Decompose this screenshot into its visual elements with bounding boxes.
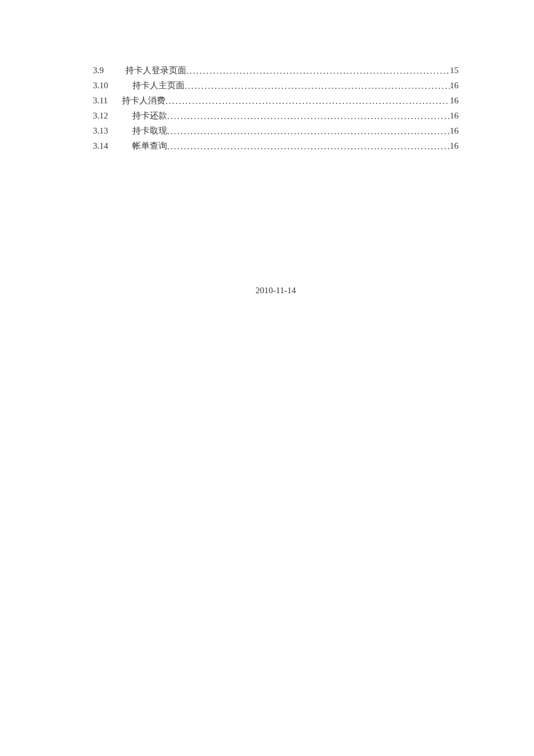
toc-entry: 3.9 持卡人登录页面 15 <box>93 63 459 78</box>
toc-number: 3.14 <box>93 138 115 153</box>
toc-entry: 3.12 持卡还款 16 <box>93 108 459 123</box>
toc-title: 持卡人登录页面 <box>125 63 186 78</box>
toc-entry: 3.14 帐单查询 16 <box>93 138 459 153</box>
toc-page: 15 <box>450 63 459 78</box>
toc-number: 3.10 <box>93 78 115 93</box>
toc-page: 16 <box>450 93 459 108</box>
toc-page: 16 <box>450 123 459 138</box>
toc-dots <box>185 78 450 93</box>
toc-dots <box>167 109 450 124</box>
toc-dots <box>186 63 450 78</box>
toc-page: 16 <box>450 78 459 93</box>
document-date: 2010-11-14 <box>93 286 459 296</box>
toc-number: 3.11 <box>93 93 115 108</box>
toc-number: 3.12 <box>93 108 115 123</box>
toc-number: 3.9 <box>93 63 115 78</box>
toc-page: 16 <box>450 108 459 123</box>
toc-entry: 3.10 持卡人主页面 16 <box>93 78 459 93</box>
toc-number: 3.13 <box>93 123 115 138</box>
toc-entry: 3.11 持卡人消费 16 <box>93 93 459 108</box>
toc-dots <box>167 124 450 139</box>
page-content: 3.9 持卡人登录页面 15 3.10 持卡人主页面 16 3.11 持卡人消费… <box>0 0 534 296</box>
toc-dots <box>167 139 450 154</box>
toc-entry: 3.13 持卡取现 16 <box>93 123 459 138</box>
toc-dots <box>165 93 450 109</box>
toc-page: 16 <box>450 138 459 153</box>
toc-title: 持卡还款 <box>132 108 167 123</box>
toc-title: 持卡人消费 <box>122 93 165 108</box>
toc-title: 持卡取现 <box>132 123 167 138</box>
toc-title: 帐单查询 <box>132 138 167 153</box>
toc-title: 持卡人主页面 <box>132 78 185 93</box>
